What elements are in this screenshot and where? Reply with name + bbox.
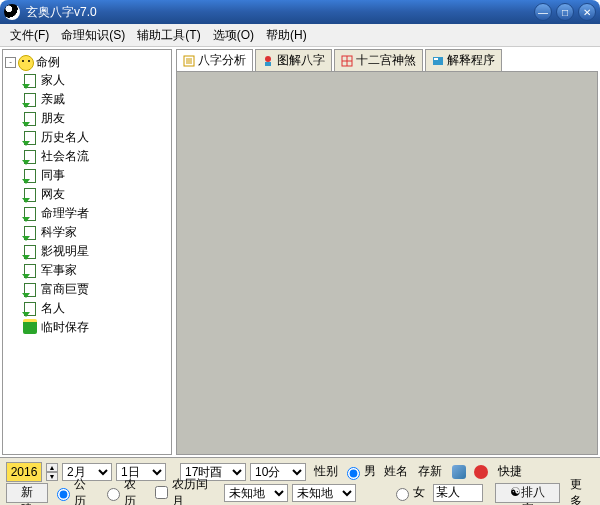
tree-item[interactable]: 网友 [23,185,169,204]
tab-chart[interactable]: 图解八字 [255,49,332,71]
tree-item-label: 网友 [41,186,65,203]
radio-male[interactable]: 男 [342,463,376,480]
doc-icon [23,188,37,202]
more-label[interactable]: 更多 [570,476,594,506]
titlebar: 玄奥八字v7.0 — □ ✕ [0,0,600,24]
tree-item-label: 科学家 [41,224,77,241]
doc-icon [23,302,37,316]
year-field[interactable]: 2016 [6,462,42,482]
bottom-row-2: 新建 公历 农历 农历闰月 未知地 未知地 女 ☯排八字 更多 [6,482,594,503]
close-button[interactable]: ✕ [578,3,596,21]
minute-select[interactable]: 10分 [250,463,306,481]
tree-item-label: 亲戚 [41,91,65,108]
tree-item[interactable]: 朋友 [23,109,169,128]
save-new-label[interactable]: 存新 [418,463,442,480]
radio-solar-input[interactable] [57,488,70,501]
menu-tools[interactable]: 辅助工具(T) [131,25,206,46]
tree-item-label: 命理学者 [41,205,89,222]
tree-item[interactable]: 命理学者 [23,204,169,223]
doc-icon [23,264,37,278]
doc-icon [23,169,37,183]
red-gear-icon[interactable] [474,465,488,479]
name-input[interactable] [433,484,483,502]
tree-root-node[interactable]: - 命例 [5,54,169,71]
tree-item[interactable]: 军事家 [23,261,169,280]
radio-label: 公历 [74,476,98,506]
tab-label: 八字分析 [198,52,246,69]
wand-icon[interactable] [452,465,466,479]
tree-item-label: 富商巨贾 [41,281,89,298]
spin-up-icon[interactable]: ▲ [46,463,58,472]
sex-label: 性别 [314,463,338,480]
svg-rect-5 [265,62,271,66]
app-window: 玄奥八字v7.0 — □ ✕ 文件(F) 命理知识(S) 辅助工具(T) 选项(… [0,0,600,505]
chart-icon [262,55,274,67]
tree-item-label: 军事家 [41,262,77,279]
tree-item[interactable]: 家人 [23,71,169,90]
radio-female[interactable]: 女 [391,484,425,501]
doc-icon [23,112,37,126]
tree-root-label: 命例 [36,54,60,71]
sidebar-tree: - 命例 家人 亲戚 朋友 历史名人 社会名流 同事 网友 命理学者 科学家 影… [2,49,172,455]
maximize-button[interactable]: □ [556,3,574,21]
tab-bar: 八字分析 图解八字 十二宫神煞 解释程序 [176,49,598,71]
radio-lunar-input[interactable] [107,488,120,501]
check-label: 农历闰月 [172,476,220,506]
new-button[interactable]: 新建 [6,483,48,503]
name-label: 姓名 [384,463,408,480]
doc-icon [23,283,37,297]
menu-help[interactable]: 帮助(H) [260,25,313,46]
tree-item-label: 同事 [41,167,65,184]
svg-point-4 [265,56,271,62]
place1-select[interactable]: 未知地 [224,484,288,502]
tab-twelve-palace[interactable]: 十二宫神煞 [334,49,423,71]
tab-label: 解释程序 [447,52,495,69]
quick-label[interactable]: 快捷 [498,463,522,480]
menu-knowledge[interactable]: 命理知识(S) [55,25,131,46]
tab-bazi-analysis[interactable]: 八字分析 [176,49,253,71]
tree-item[interactable]: 名人 [23,299,169,318]
doc-icon [23,245,37,259]
paiba-button[interactable]: ☯排八字 [495,483,560,503]
tree-item[interactable]: 亲戚 [23,90,169,109]
tab-explain[interactable]: 解释程序 [425,49,502,71]
tree-item-label: 名人 [41,300,65,317]
menubar: 文件(F) 命理知识(S) 辅助工具(T) 选项(O) 帮助(H) [0,24,600,47]
tree-item[interactable]: 科学家 [23,223,169,242]
tree-item[interactable]: 社会名流 [23,147,169,166]
place2-select[interactable]: 未知地 [292,484,356,502]
content-area [176,71,598,455]
tree-item-label: 临时保存 [41,319,89,336]
svg-rect-10 [434,58,438,60]
tree-item-label: 朋友 [41,110,65,127]
check-leap[interactable]: 农历闰月 [151,476,220,506]
tab-label: 图解八字 [277,52,325,69]
collapse-icon[interactable]: - [5,57,16,68]
minimize-button[interactable]: — [534,3,552,21]
doc-icon [23,131,37,145]
tree-item-temp[interactable]: 临时保存 [23,318,169,337]
tree-item[interactable]: 历史名人 [23,128,169,147]
tree-item-label: 家人 [41,72,65,89]
menu-file[interactable]: 文件(F) [4,25,55,46]
radio-male-input[interactable] [347,467,360,480]
main-area: 八字分析 图解八字 十二宫神煞 解释程序 [176,49,598,455]
doc-icon [23,226,37,240]
tab-label: 十二宫神煞 [356,52,416,69]
explain-icon [432,55,444,67]
grid-icon [341,55,353,67]
doc-icon [23,74,37,88]
radio-female-input[interactable] [396,488,409,501]
tree-item-label: 社会名流 [41,148,89,165]
radio-label: 男 [364,463,376,480]
smile-icon [18,55,34,71]
radio-lunar[interactable]: 农历 [102,476,148,506]
tree-item[interactable]: 同事 [23,166,169,185]
menu-options[interactable]: 选项(O) [207,25,260,46]
tree-item[interactable]: 富商巨贾 [23,280,169,299]
tree-item[interactable]: 影视明星 [23,242,169,261]
radio-solar[interactable]: 公历 [52,476,98,506]
bottom-panel: 2016 ▲▼ 2月 1日 17时酉 10分 性别 男 姓名 存新 快捷 新建 … [0,457,600,505]
check-leap-input[interactable] [155,486,168,499]
analysis-icon [183,55,195,67]
